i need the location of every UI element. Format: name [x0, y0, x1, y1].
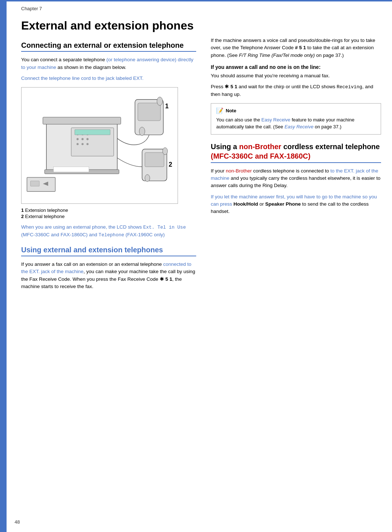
section1-para3-mono1: Ext. Tel in Use — [143, 225, 186, 230]
sub1-para2-mono: Receiving — [337, 84, 362, 90]
svg-text:2: 2 — [168, 161, 172, 168]
sub1-para2-asterisk: ✱ — [225, 84, 229, 89]
fax-diagram-container: 1 2 — [21, 87, 178, 204]
caption-list: 1 Extension telephone 2 External telepho… — [21, 207, 196, 219]
section1-para2: Connect the telephone line cord to the j… — [21, 75, 196, 82]
two-column-layout: External and extension phones Connecting… — [7, 11, 392, 532]
subsection1-para1: You should assume that you're receiving … — [211, 72, 381, 79]
section2-heading: Using external and extension telephones — [21, 246, 196, 256]
note-box: 📝 Note You can also use the Easy Receive… — [211, 103, 381, 135]
svg-point-9 — [86, 138, 89, 140]
sub1-para2-start: Press — [211, 84, 225, 89]
svg-point-18 — [139, 127, 145, 136]
section3-heading: Using a non-Brother cordless external te… — [211, 142, 381, 163]
sub1-para2-end: and wait for the chirp or until the LCD … — [237, 84, 337, 89]
note-title-text: Note — [226, 108, 236, 113]
section3-para1-end: and you typically carry the cordless han… — [211, 175, 380, 188]
subsection1-heading: If you answer a call and no one is on th… — [211, 64, 381, 70]
section1-para1-end: as shown in the diagram below. — [56, 65, 126, 70]
chapter-header: Chapter 7 — [7, 1, 392, 11]
section3-heading-normal: Using a — [211, 143, 239, 151]
section3-para2-bold1: Hook/Hold — [233, 201, 258, 207]
sub1-para2-bold: 5 1 — [229, 84, 237, 89]
section2-para1-bold: 5 1 — [164, 276, 172, 282]
section1-para1-normal: You can connect a separate telephone — [21, 57, 106, 62]
note-text-blue: Easy Receive — [261, 117, 290, 123]
right-intro: If the machine answers a voice call and … — [211, 37, 381, 59]
svg-rect-29 — [31, 181, 39, 186]
subsection1-para2: Press ✱ 5 1 and wait for the chirp or un… — [211, 83, 381, 98]
right-intro-italic: F/T Ring Time (Fax/Tel mode only) — [239, 53, 315, 58]
caption1-num: 1 — [21, 207, 24, 213]
section1-para3: When you are using an external phone, th… — [21, 224, 196, 238]
section3-heading-red: non-Brother — [239, 143, 282, 151]
section1-para3-end: (FAX-1960C only) — [124, 232, 165, 237]
right-intro-bold: # 5 1 — [295, 45, 306, 50]
section3-para1-mid: cordless telephone is connected to — [252, 168, 330, 174]
left-column: External and extension phones Connecting… — [21, 11, 196, 521]
section3-heading-normal2: cordless external telephone — [281, 143, 380, 151]
note-text-start: You can also use the — [216, 117, 261, 123]
left-accent-bar — [0, 0, 7, 532]
section3-para2-bold2: Speaker Phone — [265, 201, 301, 207]
svg-rect-2 — [43, 117, 121, 124]
section3-para2-or: or — [258, 201, 265, 207]
svg-point-7 — [77, 138, 79, 140]
caption2-num: 2 — [21, 214, 24, 219]
page: Chapter 7 External and extension phones … — [0, 0, 392, 532]
fax-diagram-svg: 1 2 — [25, 91, 174, 200]
page-number: 48 — [15, 519, 20, 525]
section3-para1: If your non-Brother cordless telephone i… — [211, 167, 381, 190]
right-intro-page: on page 37.) — [315, 53, 344, 58]
svg-point-23 — [145, 175, 150, 182]
svg-rect-13 — [75, 129, 110, 135]
caption1-text: Extension telephone — [25, 207, 68, 213]
section3-para1-start: If your — [211, 168, 226, 174]
section3-para1-red: non-Brother — [226, 168, 252, 174]
svg-point-10 — [77, 143, 79, 145]
svg-text:1: 1 — [165, 102, 169, 110]
main-title: External and extension phones — [21, 19, 196, 32]
svg-rect-22 — [145, 153, 164, 167]
section1-para3-blue: When you are using an external phone, th… — [21, 224, 143, 230]
svg-point-12 — [86, 143, 89, 145]
note-title: 📝 Note — [216, 107, 376, 114]
caption-item-1: 1 Extension telephone — [21, 207, 196, 213]
svg-point-8 — [81, 138, 84, 140]
section1-para3-mono2: Telephone — [98, 232, 124, 238]
note-text: You can also use the Easy Receive featur… — [216, 116, 376, 131]
section3-heading-red2: (MFC-3360C and FAX-1860C) — [211, 152, 310, 160]
section1-heading: Connecting an external or extension tele… — [21, 41, 196, 52]
caption-item-2: 2 External telephone — [21, 214, 196, 219]
section2-para1: If you answer a fax call on an extension… — [21, 261, 196, 290]
section3-para2: If you let the machine answer first, you… — [211, 193, 381, 215]
svg-rect-17 — [138, 103, 160, 121]
section1-para3-middle: (MFC-3360C and FAX-1860C) and — [21, 232, 98, 237]
content-area: Chapter 7 External and extension phones … — [7, 0, 392, 532]
note-icon: 📝 — [216, 107, 224, 114]
svg-point-19 — [157, 97, 163, 105]
svg-rect-15 — [54, 167, 89, 172]
note-text-italic-blue: Easy Receive — [284, 124, 313, 129]
caption2-text: External telephone — [25, 214, 65, 219]
note-text-end: on page 37.) — [314, 124, 342, 129]
section1-para1: You can connect a separate telephone (or… — [21, 56, 196, 71]
section2-para1-asterisk: ✱ — [160, 276, 164, 282]
svg-point-24 — [163, 148, 168, 155]
section2-para1-normal: If you answer a fax call on an extension… — [21, 261, 163, 267]
chapter-label: Chapter 7 — [21, 6, 42, 11]
svg-point-11 — [81, 143, 84, 145]
right-column: If the machine answers a voice call and … — [207, 11, 381, 521]
